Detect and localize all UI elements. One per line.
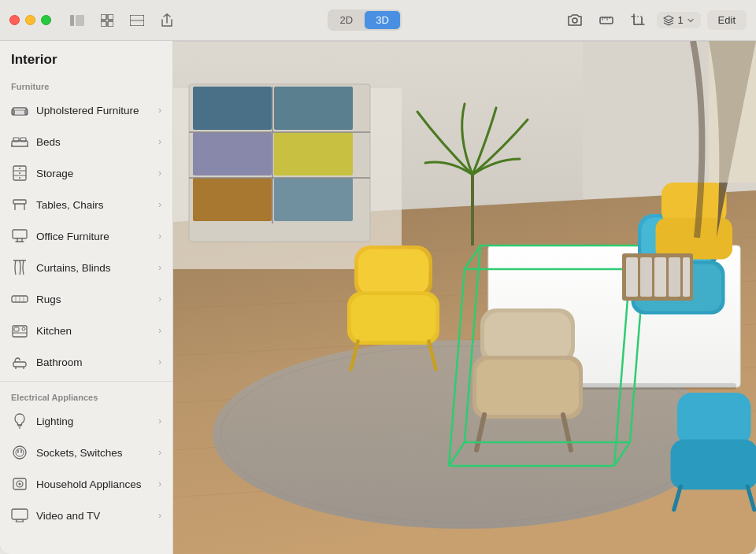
3d-viewport[interactable] [173,41,756,554]
chevron-icon: › [158,136,161,147]
svg-point-28 [19,172,20,174]
svg-point-8 [573,18,577,23]
svg-rect-126 [709,41,756,183]
sidebar-label-tables-chairs: Tables, Chairs [36,199,150,211]
layer-control[interactable]: 1 [657,12,700,28]
chevron-icon: › [158,168,161,179]
sidebar-item-lighting[interactable]: Lighting › [0,405,172,437]
svg-rect-16 [14,110,25,115]
grid-view-icon[interactable] [95,9,119,32]
chevron-icon: › [158,105,161,116]
view-2d-button[interactable]: 2D [329,11,365,29]
toolbar-right: 1 Edit [562,8,747,33]
sidebar-item-sockets[interactable]: Sockets, Switches › [0,437,172,468]
sidebar-label-rugs: Rugs [36,294,150,305]
sidebar-item-upholstered-furniture[interactable]: Upholstered Furniture › [0,94,172,126]
sidebar-item-tables-chairs[interactable]: Tables, Chairs › [0,189,172,220]
svg-rect-122 [640,257,652,297]
svg-point-29 [19,177,20,179]
share-icon[interactable] [155,9,179,32]
svg-rect-115 [656,218,733,260]
svg-rect-116 [677,393,751,446]
office-icon [11,227,28,245]
chevron-icon: › [158,199,161,210]
sidebar-label-lighting: Lighting [36,416,150,427]
sidebar-label-household: Household Appliances [36,478,150,490]
svg-rect-87 [484,312,571,360]
svg-rect-105 [358,249,429,296]
sidebar-item-kitchen[interactable]: Kitchen › [0,315,172,346]
svg-rect-40 [14,327,19,331]
sidebar-toggle-icon[interactable] [65,9,89,32]
svg-rect-76 [193,178,272,221]
edit-button[interactable]: Edit [707,10,747,30]
ruler-icon[interactable] [594,8,619,33]
curtains-icon [11,259,28,276]
svg-rect-5 [108,21,113,27]
sidebar-item-curtains[interactable]: Curtains, Blinds › [0,252,172,283]
sidebar: Interior Furniture Upholstered Furniture… [0,41,173,554]
socket-icon [11,444,28,461]
kitchen-icon [11,322,28,339]
chevron-icon: › [158,231,161,242]
svg-rect-107 [351,295,436,342]
sidebar-item-beds[interactable]: Beds › [0,126,172,157]
svg-rect-43 [13,362,26,367]
sidebar-label-video-tv: Video and TV [36,510,150,522]
svg-point-55 [19,483,21,486]
svg-rect-14 [634,17,642,24]
svg-rect-117 [671,440,757,490]
bed-icon [11,133,28,150]
svg-point-41 [22,327,25,331]
svg-rect-75 [274,132,353,175]
appliances-icon [11,475,28,493]
svg-rect-123 [654,257,666,297]
sidebar-title: Interior [0,41,172,74]
chevron-icon: › [158,325,161,336]
sidebar-item-household-appliances[interactable]: Household Appliances › [0,468,172,500]
sidebar-item-storage[interactable]: Storage › [0,157,172,189]
sidebar-item-bathroom[interactable]: Bathroom › [0,346,172,378]
sidebar-item-office-furniture[interactable]: Office Furniture › [0,220,172,252]
svg-rect-30 [13,200,26,204]
svg-rect-72 [193,87,272,130]
chevron-icon: › [158,447,161,458]
svg-rect-0 [70,15,74,26]
svg-rect-77 [274,178,353,221]
main-window: 2D 3D [0,0,756,554]
sidebar-label-kitchen: Kitchen [36,325,150,337]
traffic-lights [9,15,51,25]
close-button[interactable] [9,15,20,25]
chevron-icon: › [158,356,161,367]
svg-rect-2 [101,14,106,20]
titlebar: 2D 3D [0,0,756,41]
sidebar-label-beds: Beds [36,136,150,148]
sidebar-label-sockets: Sockets, Switches [36,447,150,459]
svg-rect-33 [13,230,27,238]
category-electrical: Electrical Appliances [0,385,172,405]
crop-icon[interactable] [625,8,650,33]
sidebar-label-curtains: Curtains, Blinds [36,262,150,274]
sidebar-label-bathroom: Bathroom [36,356,150,368]
svg-rect-9 [600,17,613,24]
svg-rect-3 [108,14,113,20]
svg-point-27 [19,168,20,169]
minimize-button[interactable] [25,15,35,25]
sidebar-item-rugs[interactable]: Rugs › [0,283,172,315]
view-3d-button[interactable]: 3D [365,11,400,29]
maximize-button[interactable] [41,15,51,25]
chevron-icon: › [158,510,161,521]
rectangle-view-icon[interactable] [125,9,149,32]
bathroom-icon [11,353,28,371]
sidebar-item-video-tv[interactable]: Video and TV › [0,500,172,531]
sidebar-label-storage: Storage [36,168,150,179]
svg-rect-56 [12,509,28,519]
storage-icon [11,164,28,182]
view-toggle: 2D 3D [328,9,402,31]
tv-icon [11,507,28,524]
layer-number: 1 [677,14,683,26]
rug-icon [11,290,28,308]
svg-rect-114 [662,183,727,224]
camera-icon[interactable] [562,8,587,33]
svg-point-50 [16,449,24,456]
